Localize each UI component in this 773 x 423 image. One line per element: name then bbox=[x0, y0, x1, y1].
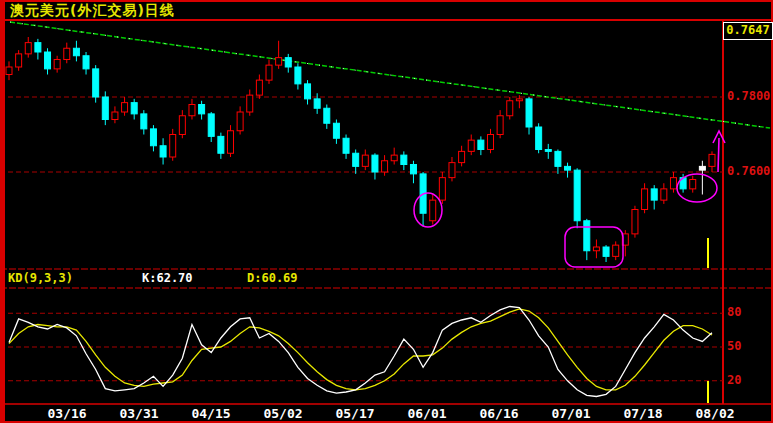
date-label: 06/01 bbox=[405, 406, 449, 421]
date-label: 03/31 bbox=[117, 406, 161, 421]
main-chart-pane[interactable] bbox=[5, 21, 723, 269]
price-axis-label: 0.7600 bbox=[727, 165, 770, 178]
kd-k-value: K:62.70 bbox=[142, 270, 193, 287]
date-label: 08/02 bbox=[693, 406, 737, 421]
chart-title: 澳元美元(外汇交易)日线 bbox=[10, 2, 175, 19]
kd-indicator-header: KD(9,3,3) K:62.70 D:60.69 bbox=[0, 270, 771, 287]
date-label: 05/17 bbox=[333, 406, 377, 421]
kd-pane[interactable] bbox=[5, 289, 723, 404]
kd-indicator-label[interactable]: KD(9,3,3) bbox=[8, 270, 73, 287]
date-label: 04/15 bbox=[189, 406, 233, 421]
last-price-box: 0.7647 bbox=[723, 22, 773, 40]
date-label: 05/02 bbox=[261, 406, 305, 421]
date-label: 06/16 bbox=[477, 406, 521, 421]
date-label: 07/01 bbox=[549, 406, 593, 421]
price-axis-label: 0.7800 bbox=[727, 90, 770, 103]
kd-axis-label: 80 bbox=[727, 306, 741, 319]
date-label: 03/16 bbox=[45, 406, 89, 421]
chart-window: 澳元美元(外汇交易)日线 0.7647 KD(9,3,3) K:62.70 D:… bbox=[0, 0, 773, 423]
kd-axis-label: 50 bbox=[727, 340, 741, 353]
kd-d-value: D:60.69 bbox=[247, 270, 298, 287]
date-label: 07/18 bbox=[621, 406, 665, 421]
kd-axis-label: 20 bbox=[727, 374, 741, 387]
